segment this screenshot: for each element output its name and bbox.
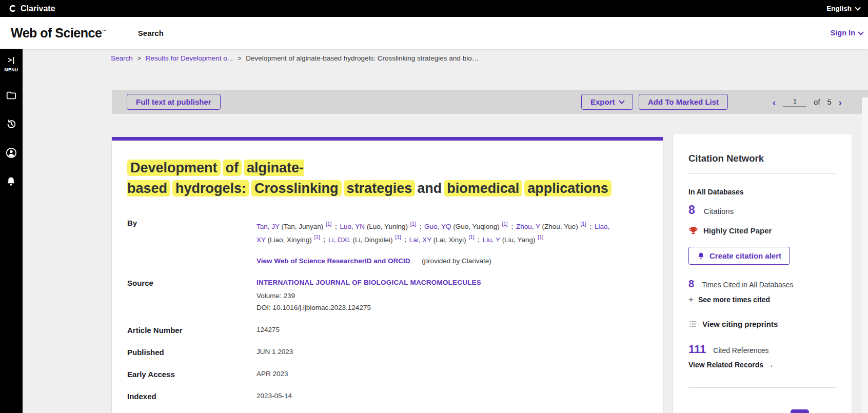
breadcrumb-search[interactable]: Search (111, 54, 133, 62)
panel-divider (688, 173, 836, 174)
content-area: Search > Results for Development o... > … (23, 49, 868, 413)
author-separator: ; (420, 223, 422, 230)
floating-button-partial[interactable] (791, 409, 809, 413)
author-link[interactable]: Guo, YQ (424, 223, 451, 230)
author-fullname: (Li, Dingxilei) (353, 235, 393, 243)
next-record-icon[interactable]: › (839, 97, 842, 107)
author-fullname: (Zhou, Yue) (542, 223, 578, 230)
title-word: hydrogels: (172, 180, 249, 196)
source-label: Source (127, 279, 257, 287)
see-more-times-cited-link[interactable]: + See more times cited (688, 294, 836, 305)
field-value: 124275 (257, 326, 647, 333)
author-fullname: (Lai, Xinyi) (433, 235, 466, 243)
title-word: Development (127, 160, 221, 176)
author-link[interactable]: Zhou, Y (516, 223, 540, 230)
field-label: Article Number (127, 326, 257, 335)
full-text-button[interactable]: Full text at publisher (127, 94, 221, 110)
add-to-marked-list-button[interactable]: Add To Marked List (639, 94, 728, 110)
source-row: Source INTERNATIONAL JOURNAL OF BIOLOGIC… (127, 279, 647, 311)
citations-row: 8 Citations (688, 203, 836, 217)
export-button[interactable]: Export (581, 94, 633, 110)
view-related-records-link[interactable]: View Related Records→ (688, 361, 836, 369)
volume-value: Volume: 239 (257, 292, 647, 300)
author-link[interactable]: Liu, Y (483, 235, 500, 243)
affiliation-sup[interactable]: [1] (410, 221, 416, 227)
title-word: of (223, 160, 242, 176)
language-label: English (826, 5, 852, 12)
export-label: Export (590, 97, 615, 106)
author-link[interactable]: Li, DXL (328, 235, 351, 243)
affiliation-sup[interactable]: [1] (395, 234, 401, 240)
alerts-bell-icon[interactable] (6, 176, 17, 187)
author-link[interactable]: Luo, YN (340, 223, 365, 230)
author-fullname: (Liao, Xinying) (268, 235, 312, 243)
record-pagination: ‹ of 5 › (773, 95, 842, 109)
citation-network-title: Citation Network (688, 153, 836, 164)
author-separator: ; (404, 235, 406, 243)
language-selector[interactable]: English (826, 5, 860, 12)
clarivate-logo-icon (8, 4, 17, 13)
plus-icon: + (688, 294, 694, 305)
breadcrumb-current: Development of alginate-based hydrogels:… (246, 54, 479, 62)
expand-menu-icon[interactable]: >| (8, 56, 15, 64)
field-row: Published JUN 1 2023 (127, 348, 647, 357)
record-toolbar (112, 90, 868, 114)
affiliation-sup[interactable]: [1] (468, 234, 474, 240)
provided-by-label: (provided by Clarivate) (422, 257, 491, 265)
citations-count[interactable]: 8 (688, 203, 695, 217)
pagination-total: 5 (827, 98, 831, 106)
previous-record-icon[interactable]: ‹ (773, 97, 776, 107)
scrollbar-track[interactable] (862, 97, 868, 413)
researcher-id-link[interactable]: View Web of Science ResearcherID and ORC… (257, 257, 410, 265)
author-separator: ; (511, 223, 513, 230)
title-word: and (417, 181, 442, 196)
author-fullname: (Tan, Junyan) (282, 223, 324, 230)
article-title: Developmentofalginate-basedhydrogels:Cro… (127, 158, 640, 199)
author-fullname: (Guo, Yuqiong) (453, 223, 500, 230)
in-all-databases-label: In All Databases (688, 188, 836, 196)
field-row: Article Number 124275 (127, 326, 647, 335)
cited-references-label: Cited References (713, 346, 768, 355)
breadcrumb-results[interactable]: Results for Development o... (146, 54, 233, 62)
view-citing-preprints-label: View citing preprints (702, 320, 778, 328)
trophy-icon (688, 226, 698, 235)
affiliation-sup[interactable]: [1] (538, 234, 543, 240)
author-link[interactable]: Lai, XY (409, 235, 431, 243)
sign-in-button[interactable]: Sign In (831, 29, 863, 37)
cited-references-count[interactable]: 111 (688, 343, 706, 356)
chevron-down-icon (858, 29, 863, 35)
bell-icon (697, 252, 705, 260)
marked-list-folder-icon[interactable] (6, 90, 17, 101)
author-separator: ; (478, 235, 480, 243)
affiliation-sup[interactable]: [1] (502, 221, 508, 227)
researcher-id-line: View Web of Science ResearcherID and ORC… (257, 256, 647, 265)
trademark-symbol: ™ (102, 28, 106, 33)
breadcrumb-separator: > (137, 55, 141, 62)
affiliation-sup[interactable]: [1] (581, 221, 586, 227)
title-word: Crosslinking (251, 180, 342, 196)
create-citation-alert-button[interactable]: Create citation alert (688, 247, 790, 265)
researcher-profile-icon[interactable] (6, 147, 17, 159)
nav-item-search[interactable]: Search (138, 29, 164, 37)
see-more-times-cited-label: See more times cited (698, 296, 770, 304)
chevron-down-icon (619, 98, 624, 104)
times-cited-count[interactable]: 8 (688, 278, 694, 290)
field-label: Early Access (127, 370, 257, 379)
page-number-input[interactable] (783, 97, 806, 107)
affiliation-sup[interactable]: [1] (314, 234, 320, 240)
field-row: Early Access APR 2023 (127, 370, 647, 379)
affiliation-sup[interactable]: [1] (326, 221, 331, 227)
top-bar: Clarivate English (0, 0, 868, 17)
field-row: Indexed 2023-05-14 (127, 392, 647, 401)
author-fullname: (Luo, Yuning) (367, 223, 408, 230)
journal-link[interactable]: INTERNATIONAL JOURNAL OF BIOLOGICAL MACR… (257, 279, 647, 286)
search-history-icon[interactable] (6, 119, 17, 130)
clarivate-logo[interactable]: Clarivate (8, 4, 55, 13)
field-label: Indexed (127, 392, 257, 401)
by-label: By (127, 219, 257, 227)
highly-cited-label: Highly Cited Paper (703, 226, 772, 235)
view-citing-preprints-link[interactable]: View citing preprints (688, 320, 836, 328)
web-of-science-logo[interactable]: Web of Science™ (11, 26, 106, 41)
author-link[interactable]: Tan, JY (257, 223, 280, 230)
author-separator: ; (589, 223, 591, 230)
